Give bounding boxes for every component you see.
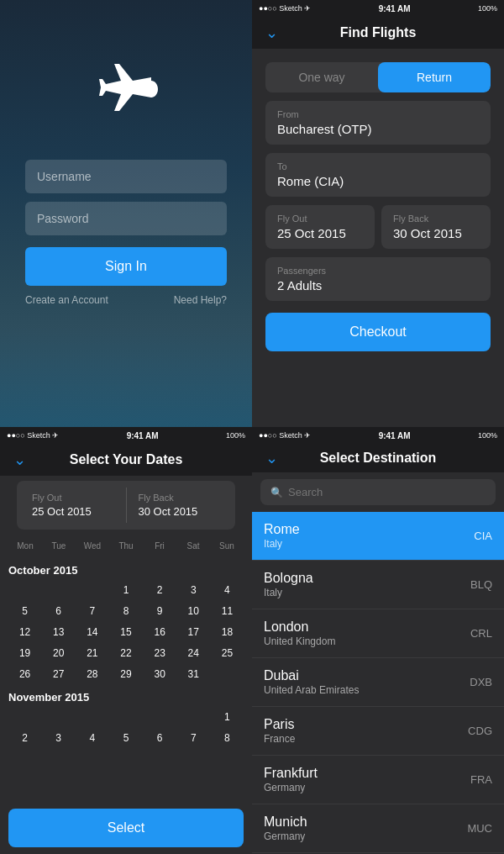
dates-selected-container: Fly Out 25 Oct 2015 Fly Back 30 Oct 2015 [0, 476, 252, 535]
dates-back-button[interactable]: ⌄ [13, 451, 26, 469]
calendar-day[interactable]: 7 [76, 601, 108, 621]
username-input[interactable] [25, 160, 227, 193]
dest-back-button[interactable]: ⌄ [265, 449, 278, 467]
status-time-dest: 9:41 AM [379, 431, 411, 440]
calendar-day[interactable]: 31 [177, 664, 210, 684]
calendar-day [177, 707, 210, 727]
calendar-day[interactable]: 16 [144, 622, 176, 642]
calendar-day[interactable]: 22 [109, 643, 142, 663]
calendar-day[interactable]: 25 [211, 643, 244, 663]
calendar-day[interactable]: 2 [8, 728, 41, 748]
status-time: 9:41 AM [379, 4, 411, 13]
calendar-day[interactable]: 7 [177, 728, 210, 748]
calendar-day[interactable]: 29 [109, 664, 142, 684]
calendar-day [42, 707, 75, 727]
nav-header: ⌄ Find Flights [252, 17, 504, 49]
calendar-day[interactable]: 11 [211, 601, 244, 621]
return-button[interactable]: Return [378, 62, 491, 92]
create-account-link[interactable]: Create an Account [25, 294, 108, 306]
calendar-day [8, 707, 41, 727]
dest-city-name: Paris [264, 717, 295, 732]
calendar-day[interactable]: 23 [144, 643, 176, 663]
dates-selected-row: Fly Out 25 Oct 2015 Fly Back 30 Oct 2015 [17, 481, 235, 530]
fly-out-label: Fly Out [277, 214, 363, 224]
destination-item[interactable]: DubaiUnited Arab EmiratesDXB [252, 658, 504, 707]
status-left-dates: ●●○○ Sketch ✈ [7, 431, 59, 440]
calendar-day[interactable]: 26 [8, 664, 41, 684]
from-field[interactable]: From Bucharest (OTP) [265, 101, 491, 145]
calendar-day[interactable]: 21 [76, 643, 108, 663]
destination-item[interactable]: BolognaItalyBLQ [252, 561, 504, 609]
destination-item[interactable]: ParisFranceCDG [252, 707, 504, 756]
calendar-day[interactable]: 8 [211, 728, 244, 748]
calendar-day[interactable]: 18 [211, 622, 244, 642]
calendar-day[interactable]: 13 [42, 622, 75, 642]
destination-item[interactable]: RomeItalyCIA [252, 512, 504, 561]
to-value: Rome (CIA) [277, 174, 479, 188]
calendar-day[interactable]: 5 [109, 728, 142, 748]
dest-city-name: Munich [264, 814, 307, 830]
dest-country-name: France [264, 733, 295, 745]
calendar-day[interactable]: 10 [177, 601, 210, 621]
search-bar[interactable]: 🔍 [260, 479, 496, 505]
calendar-day[interactable]: 6 [42, 601, 75, 621]
month1-label: October 2015 [8, 557, 244, 580]
calendar-day[interactable]: 2 [144, 580, 176, 600]
calendar-day[interactable]: 9 [144, 601, 176, 621]
calendar-day [76, 580, 108, 600]
password-input[interactable] [25, 202, 227, 235]
calendar-day[interactable]: 15 [109, 622, 142, 642]
dates-screen-title: Select Your Dates [70, 452, 183, 467]
dest-country-name: Germany [264, 830, 307, 842]
dest-airport-code: DXB [470, 676, 492, 688]
calendar-day[interactable]: 1 [211, 707, 244, 727]
calendar-day[interactable]: 27 [42, 664, 75, 684]
from-value: Bucharest (OTP) [277, 122, 479, 136]
calendar-day[interactable]: 8 [109, 601, 142, 621]
calendar-day[interactable]: 14 [76, 622, 108, 642]
passengers-field[interactable]: Passengers 2 Adults [265, 257, 491, 301]
signin-button[interactable]: Sign In [25, 247, 227, 286]
calendar-day [109, 707, 142, 727]
select-dates-screen: ●●○○ Sketch ✈ 9:41 AM 100% ⌄ Select Your… [0, 427, 252, 854]
calendar-day[interactable]: 19 [8, 643, 41, 663]
calendar-day[interactable]: 5 [8, 601, 41, 621]
fly-out-field[interactable]: Fly Out 25 Oct 2015 [265, 205, 375, 249]
calendar-day[interactable]: 4 [211, 580, 244, 600]
calendar-day[interactable]: 24 [177, 643, 210, 663]
destination-item[interactable]: MunichGermanyMUC [252, 804, 504, 853]
dow-tue: Tue [42, 538, 76, 554]
november-grid: 12345678 [8, 707, 244, 748]
calendar-day[interactable]: 3 [177, 580, 210, 600]
destination-item[interactable]: LondonUnited KingdomCRL [252, 609, 504, 658]
dest-info: BolognaItaly [264, 571, 313, 598]
calendar-day[interactable]: 3 [42, 728, 75, 748]
search-input[interactable] [288, 486, 486, 498]
status-bar-dest: ●●○○ Sketch ✈ 9:41 AM 100% [252, 427, 504, 444]
calendar-day[interactable]: 17 [177, 622, 210, 642]
calendar-day[interactable]: 1 [109, 580, 142, 600]
dest-info: DubaiUnited Arab Emirates [264, 668, 359, 696]
dest-city-name: Dubai [264, 668, 359, 683]
calendar-day[interactable]: 28 [76, 664, 108, 684]
calendar-day[interactable]: 6 [144, 728, 176, 748]
dest-airport-code: BLQ [470, 578, 492, 591]
calendar-day [144, 707, 176, 727]
calendar-day[interactable]: 30 [144, 664, 176, 684]
selected-fly-out[interactable]: Fly Out 25 Oct 2015 [25, 488, 121, 523]
dest-info: ParisFrance [264, 717, 295, 745]
to-field[interactable]: To Rome (CIA) [265, 153, 491, 197]
calendar-day[interactable]: 12 [8, 622, 41, 642]
select-button[interactable]: Select [8, 809, 244, 847]
calendar-day[interactable]: 20 [42, 643, 75, 663]
back-button[interactable]: ⌄ [265, 24, 278, 42]
fly-back-field[interactable]: Fly Back 30 Oct 2015 [381, 205, 491, 249]
destination-item[interactable]: FrankfurtGermanyFRA [252, 756, 504, 804]
dest-country-name: Italy [264, 538, 300, 550]
calendar-day[interactable]: 4 [76, 728, 108, 748]
selected-fly-back[interactable]: Fly Back 30 Oct 2015 [132, 488, 228, 523]
one-way-button[interactable]: One way [265, 62, 378, 92]
need-help-link[interactable]: Need Help? [174, 294, 227, 306]
status-right-dest: 100% [478, 431, 497, 440]
checkout-button[interactable]: Checkout [265, 313, 491, 351]
